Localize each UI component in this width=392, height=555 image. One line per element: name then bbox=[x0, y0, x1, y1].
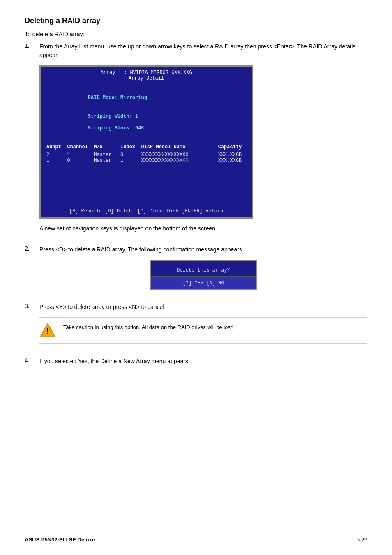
page-footer: ASUS P5N32-SLI SE Deluxe 5-29 bbox=[25, 534, 367, 543]
warning-icon: ! bbox=[39, 322, 56, 338]
step-1-number: 1. bbox=[25, 42, 39, 49]
step-4-number: 4. bbox=[25, 357, 39, 364]
confirm-dialog-body: Delete this array? bbox=[151, 261, 256, 276]
bios-body: RAID Mode: Mirroring Striping Width: 1 S… bbox=[41, 85, 252, 184]
bios-table-header: Adapt Channel M/S Index Disk Model Name … bbox=[46, 144, 246, 151]
bios-spacer bbox=[46, 164, 246, 180]
raid-mode-label: RAID Mode: Mirroring bbox=[88, 95, 147, 101]
bios-raid-mode: RAID Mode: Mirroring bbox=[46, 89, 246, 106]
steps-list: 1. From the Array List menu, use the up … bbox=[25, 42, 367, 371]
step-2: 2. Press <D> to delete a RAID array. The… bbox=[25, 245, 367, 296]
step-1-text: From the Array List menu, use the up or … bbox=[39, 42, 367, 60]
step-2-content: Press <D> to delete a RAID array. The fo… bbox=[39, 245, 367, 296]
bios-table-row-1: 1 0 Master 1 XXXXXXXXXXXXXXXX XXX.XXGB bbox=[46, 158, 246, 164]
step-4-text: If you selected Yes, the Define a New Ar… bbox=[39, 357, 367, 366]
caution-icon: ! bbox=[39, 322, 59, 339]
step-2-text: Press <D> to delete a RAID array. The fo… bbox=[39, 245, 367, 254]
confirm-options: [Y] YES [N] No bbox=[183, 280, 224, 286]
bios-header: Array 1 : NVIDIA MIRROR XXX.XXG - Array … bbox=[41, 67, 252, 85]
svg-text:!: ! bbox=[46, 327, 49, 336]
intro-text: To delete a RAID array: bbox=[25, 31, 367, 37]
page-content: Deleting a RAID array To delete a RAID a… bbox=[25, 16, 367, 371]
bios-header-line1: Array 1 : NVIDIA MIRROR XXX.XXG bbox=[46, 70, 247, 76]
step-3-content: Press <Y> to delete array or press <N> t… bbox=[39, 303, 367, 350]
step-1-content: From the Array List menu, use the up or … bbox=[39, 42, 367, 239]
striping-block-label: Striping Block: 64K bbox=[88, 125, 144, 131]
step-1: 1. From the Array List menu, use the up … bbox=[25, 42, 367, 239]
step-3: 3. Press <Y> to delete array or press <N… bbox=[25, 303, 367, 350]
bios-header-line2: - Array Detail - bbox=[46, 76, 247, 81]
step-2-number: 2. bbox=[25, 245, 39, 252]
step-3-text: Press <Y> to delete array or press <N> t… bbox=[39, 303, 367, 311]
confirm-dialog: Delete this array? [Y] YES [N] No bbox=[150, 260, 257, 290]
confirm-dialog-footer: [Y] YES [N] No bbox=[151, 276, 256, 289]
step-4-content: If you selected Yes, the Define a New Ar… bbox=[39, 357, 367, 371]
bios-table-row-0: 2 1 Master 0 XXXXXXXXXXXXXXXX XXX.XXGB bbox=[46, 152, 246, 158]
footer-left: ASUS P5N32-SLI SE Deluxe bbox=[25, 537, 95, 543]
step-4: 4. If you selected Yes, the Define a New… bbox=[25, 357, 367, 371]
bios-footer: [R] Rebuild [D] Delete [C] Clear Disk [E… bbox=[41, 205, 252, 217]
striping-width-label: Striping Width: 1 bbox=[88, 114, 138, 120]
step-1-note: A new set of navigation keys is displaye… bbox=[39, 224, 367, 233]
footer-right: 5-29 bbox=[357, 537, 367, 543]
bios-screen: Array 1 : NVIDIA MIRROR XXX.XXG - Array … bbox=[39, 65, 253, 219]
step-3-number: 3. bbox=[25, 303, 39, 309]
caution-text: Take caution in using this option. All d… bbox=[63, 322, 233, 332]
confirm-message: Delete this array? bbox=[177, 267, 230, 273]
caution-box: ! Take caution in using this option. All… bbox=[39, 317, 367, 344]
bios-striping: Striping Width: 1 Striping Block: 64K bbox=[46, 108, 246, 137]
section-title: Deleting a RAID array bbox=[25, 16, 367, 25]
